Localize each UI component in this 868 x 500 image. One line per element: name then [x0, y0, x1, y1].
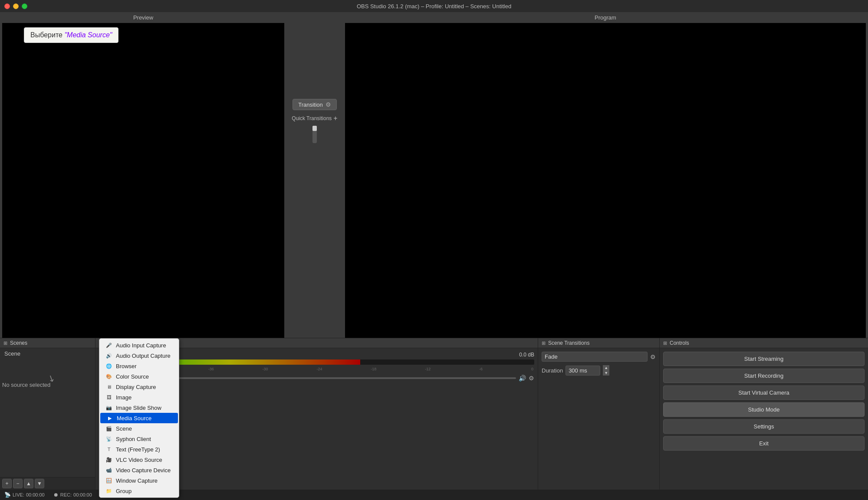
maximize-button[interactable]: [22, 3, 27, 9]
move-scene-up-button[interactable]: ▲: [24, 479, 33, 488]
menu-item-color-source[interactable]: 🎨 Color Source: [99, 371, 179, 382]
menu-item-image[interactable]: 🖼 Image: [99, 392, 179, 402]
start-recording-button[interactable]: Start Recording: [663, 369, 865, 383]
controls-panel-title: Controls: [670, 340, 689, 346]
scenes-panel-title: Scenes: [10, 340, 27, 346]
mixer-tick: 0: [531, 367, 533, 371]
mixer-settings-button[interactable]: ⚙: [529, 375, 534, 382]
remove-scene-button[interactable]: −: [13, 479, 23, 488]
audio-input-icon: 🎤: [105, 342, 112, 349]
menu-item-video-capture[interactable]: 📹 Video Capture Device: [99, 465, 179, 475]
mixer-tick: -30: [263, 367, 268, 371]
mixer-tick: -18: [371, 367, 376, 371]
scenes-toolbar: + − ▲ ▼: [0, 477, 95, 490]
mute-button[interactable]: 🔊: [519, 375, 526, 382]
quick-transitions-label: Quick Transitions: [292, 115, 332, 121]
scene-item[interactable]: Scene: [0, 348, 95, 359]
controls-panel: ⊞ Controls Start Streaming Start Recordi…: [660, 338, 868, 490]
quick-transitions: Quick Transitions +: [292, 114, 337, 122]
settings-button[interactable]: Settings: [663, 419, 865, 434]
menu-item-media-source[interactable]: ▶ Media Source: [100, 413, 178, 423]
close-button[interactable]: [4, 3, 10, 9]
menu-item-browser[interactable]: 🌐 Browser: [99, 361, 179, 371]
menu-item-scene[interactable]: 🎬 Scene: [99, 423, 179, 434]
transition-type-select[interactable]: Fade: [542, 352, 648, 362]
menu-item-label: Group: [116, 488, 132, 494]
mixer-tick: -6: [479, 367, 483, 371]
minimize-button[interactable]: [13, 3, 19, 9]
transition-slider[interactable]: [312, 126, 317, 143]
menu-item-vlc[interactable]: 🎥 VLC Video Source: [99, 454, 179, 465]
menu-item-image-slide-show[interactable]: 📷 Image Slide Show: [99, 402, 179, 413]
program-label: Program: [343, 12, 868, 23]
start-streaming-button[interactable]: Start Streaming: [663, 352, 865, 366]
menu-item-label: Video Capture Device: [116, 467, 171, 474]
text-icon: T: [105, 446, 112, 453]
browser-icon: 🌐: [105, 363, 112, 369]
duration-up-button[interactable]: ▲: [603, 365, 609, 370]
exit-button[interactable]: Exit: [663, 436, 865, 451]
scene-name: Scene: [4, 350, 20, 357]
controls-content: Start Streaming Start Recording Start Vi…: [660, 348, 868, 490]
duration-input[interactable]: [566, 366, 600, 376]
controls-panel-header: ⊞ Controls: [660, 338, 868, 348]
rec-icon: ⏺: [53, 492, 59, 498]
video-capture-icon: 📹: [105, 467, 112, 474]
menu-item-syphon[interactable]: 📡 Syphon Client: [99, 434, 179, 444]
scene-icon: 🎬: [105, 425, 112, 432]
context-menu: 🎤 Audio Input Capture 🔊 Audio Output Cap…: [99, 338, 179, 498]
duration-down-button[interactable]: ▼: [603, 370, 609, 376]
menu-item-label: Audio Output Capture: [116, 353, 171, 359]
collapse-icon: ⊞: [3, 340, 7, 346]
media-source-icon: ▶: [106, 415, 113, 422]
live-time: 00:00:00: [26, 492, 45, 497]
transitions-panel-header: ⊞ Scene Transitions: [538, 338, 659, 348]
scene-transitions-panel: ⊞ Scene Transitions Fade ⚙ Duration: [538, 338, 660, 490]
menu-item-label: Audio Input Capture: [116, 342, 166, 349]
menu-item-label: Window Capture: [116, 477, 158, 484]
tooltip-text: Выберите: [30, 31, 64, 39]
slider-thumb: [312, 126, 317, 131]
main-area: Preview Выберите "Media Source" Transiti…: [0, 12, 868, 500]
preview-canvas: [2, 23, 284, 338]
menu-item-label: Image Slide Show: [116, 405, 161, 411]
menu-item-text-freetype[interactable]: T Text (FreeType 2): [99, 444, 179, 454]
traffic-lights: [4, 3, 27, 9]
transition-button[interactable]: Transition ⚙: [293, 99, 337, 110]
menu-item-audio-input[interactable]: 🎤 Audio Input Capture: [99, 340, 179, 350]
titlebar: OBS Studio 26.1.2 (mac) – Profile: Untit…: [0, 0, 868, 12]
program-section: Program: [343, 12, 868, 338]
rec-status: ⏺ REC: 00:00:00: [53, 492, 92, 498]
add-scene-button[interactable]: +: [2, 479, 12, 488]
preview-tooltip: Выберите "Media Source": [24, 27, 118, 43]
transition-label: Transition: [298, 101, 323, 108]
move-scene-down-button[interactable]: ▼: [35, 479, 44, 488]
menu-item-audio-output[interactable]: 🔊 Audio Output Capture: [99, 350, 179, 361]
transitions-panel-title: Scene Transitions: [548, 340, 589, 346]
transitions-settings-button[interactable]: ⚙: [650, 353, 656, 360]
rec-label: REC:: [60, 492, 72, 497]
mixer-tick: -24: [316, 367, 322, 371]
transition-column: Transition ⚙ Quick Transitions +: [286, 12, 343, 338]
preview-section: Preview Выберите "Media Source": [0, 12, 286, 338]
display-capture-icon: 🖥: [105, 383, 112, 390]
mixer-tick: -12: [425, 367, 431, 371]
start-virtual-camera-button[interactable]: Start Virtual Camera: [663, 386, 865, 400]
studio-mode-button[interactable]: Studio Mode: [663, 402, 865, 417]
collapse-icon: ⊞: [542, 340, 546, 346]
bottom-section: ⊞ Scenes No source selected ↘ Scene 🎤 Au…: [0, 338, 868, 490]
menu-item-display-capture[interactable]: 🖥 Display Capture: [99, 382, 179, 392]
live-label: LIVE:: [13, 492, 24, 497]
preview-label: Preview: [0, 12, 286, 23]
menu-item-label: Scene: [116, 425, 132, 432]
menu-item-window-capture[interactable]: 🪟 Window Capture: [99, 475, 179, 486]
add-quick-transition-button[interactable]: +: [333, 114, 337, 122]
gear-icon: ⚙: [326, 101, 331, 108]
fade-row: Fade ⚙: [542, 352, 656, 362]
menu-item-group[interactable]: 📁 Group: [99, 486, 179, 496]
group-icon: 📁: [105, 487, 112, 494]
transitions-content: Fade ⚙ Duration ▲ ▼: [538, 348, 659, 490]
panels-row: ⊞ Scenes No source selected ↘ Scene 🎤 Au…: [0, 338, 868, 490]
live-status: 📡 LIVE: 00:00:00: [4, 492, 45, 498]
menu-item-label: VLC Video Source: [116, 457, 162, 463]
